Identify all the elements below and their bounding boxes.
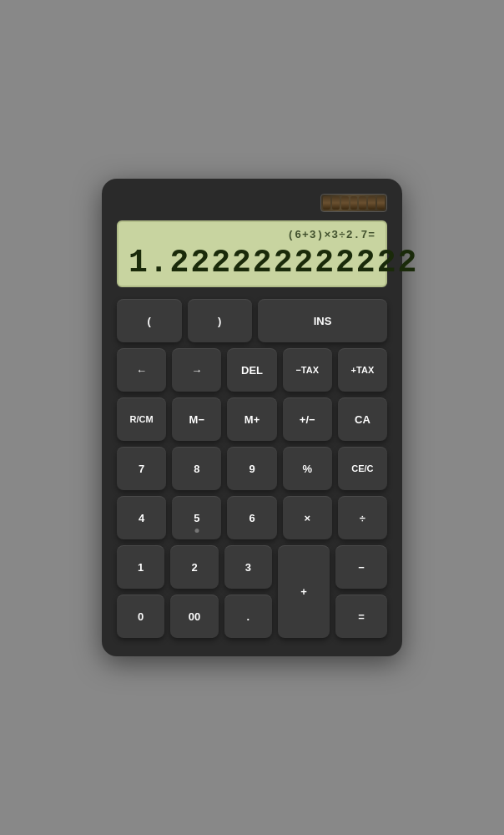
paren-open-label: ( bbox=[148, 316, 151, 326]
arrow-right-button[interactable]: → bbox=[172, 348, 221, 392]
key-row-6: 1 2 3 bbox=[117, 545, 272, 589]
keypad: ( ) INS ← → DEL −TAX +TAX bbox=[117, 299, 387, 638]
key-1-button[interactable]: 1 bbox=[117, 545, 164, 589]
del-button[interactable]: DEL bbox=[227, 348, 276, 392]
ca-button[interactable]: CA bbox=[338, 397, 387, 441]
cec-label: CE/C bbox=[351, 464, 373, 473]
display-number: 1.222222222222 bbox=[129, 245, 375, 281]
plus-tax-button[interactable]: +TAX bbox=[338, 348, 387, 392]
plus-tax-label: +TAX bbox=[351, 366, 375, 375]
key-4-label: 4 bbox=[139, 513, 144, 524]
key-row-7: 0 00 . bbox=[117, 595, 272, 638]
display-formula: (6+3)×3÷2.7= bbox=[129, 229, 375, 241]
plus-button[interactable]: + bbox=[278, 545, 330, 638]
key-7-label: 7 bbox=[139, 463, 144, 474]
equals-label: = bbox=[358, 611, 365, 622]
minus-button[interactable]: − bbox=[335, 545, 387, 589]
paren-open-button[interactable]: ( bbox=[117, 299, 182, 342]
top-bar bbox=[117, 194, 387, 212]
plus-minus-label: +/− bbox=[300, 414, 315, 425]
solar-cell bbox=[332, 196, 340, 210]
equals-button[interactable]: = bbox=[335, 595, 387, 638]
cec-button[interactable]: CE/C bbox=[338, 447, 387, 490]
percent-button[interactable]: % bbox=[283, 447, 332, 490]
minus-tax-label: −TAX bbox=[295, 366, 319, 375]
divide-label: ÷ bbox=[360, 513, 365, 524]
key-3-button[interactable]: 3 bbox=[224, 545, 272, 589]
key-9-label: 9 bbox=[249, 463, 255, 474]
percent-label: % bbox=[302, 463, 312, 474]
plus-minus-button[interactable]: +/− bbox=[283, 397, 332, 441]
key-2-label: 2 bbox=[191, 562, 197, 573]
multiply-label: × bbox=[304, 513, 310, 524]
plus-label: + bbox=[300, 586, 307, 597]
key-8-label: 8 bbox=[194, 463, 199, 474]
solar-panel bbox=[320, 194, 387, 212]
solar-cell bbox=[341, 196, 349, 210]
solar-cell bbox=[377, 196, 385, 210]
paren-close-label: ) bbox=[218, 316, 221, 326]
key-1-label: 1 bbox=[138, 562, 144, 573]
rcm-button[interactable]: R/CM bbox=[117, 397, 166, 441]
key-4-button[interactable]: 4 bbox=[117, 496, 166, 539]
m-plus-label: M+ bbox=[244, 414, 260, 425]
rcm-label: R/CM bbox=[130, 415, 154, 424]
key-3-label: 3 bbox=[245, 562, 251, 573]
key-2-button[interactable]: 2 bbox=[170, 545, 218, 589]
calculator: (6+3)×3÷2.7= 1.222222222222 ( ) INS ← → bbox=[102, 179, 402, 656]
arrow-left-label: ← bbox=[136, 365, 147, 376]
key-0-label: 0 bbox=[138, 611, 144, 622]
key-row-1: ( ) INS bbox=[117, 299, 387, 342]
key-8-button[interactable]: 8 bbox=[172, 447, 221, 490]
key-row-2: ← → DEL −TAX +TAX bbox=[117, 348, 387, 392]
key-row-4: 7 8 9 % CE/C bbox=[117, 447, 387, 490]
key-5-label: 5 bbox=[194, 513, 199, 524]
minus-label: − bbox=[358, 562, 365, 573]
decimal-button[interactable]: . bbox=[224, 595, 272, 638]
arrow-left-button[interactable]: ← bbox=[117, 348, 166, 392]
key-00-button[interactable]: 00 bbox=[170, 595, 218, 638]
decimal-label: . bbox=[247, 611, 250, 622]
del-label: DEL bbox=[241, 365, 263, 376]
key-9-button[interactable]: 9 bbox=[227, 447, 276, 490]
key-6-label: 6 bbox=[249, 513, 255, 524]
minus-tax-button[interactable]: −TAX bbox=[283, 348, 332, 392]
arrow-right-label: → bbox=[191, 365, 202, 376]
ins-label: INS bbox=[314, 316, 332, 326]
key-7-button[interactable]: 7 bbox=[117, 447, 166, 490]
solar-cell bbox=[368, 196, 375, 210]
display: (6+3)×3÷2.7= 1.222222222222 bbox=[117, 220, 387, 287]
key-0-button[interactable]: 0 bbox=[117, 595, 164, 638]
m-minus-button[interactable]: M− bbox=[172, 397, 221, 441]
multiply-button[interactable]: × bbox=[283, 496, 332, 539]
solar-cell bbox=[350, 196, 358, 210]
ca-label: CA bbox=[355, 414, 370, 425]
key-6-button[interactable]: 6 bbox=[227, 496, 276, 539]
paren-close-button[interactable]: ) bbox=[188, 299, 253, 342]
divide-button[interactable]: ÷ bbox=[338, 496, 387, 539]
m-minus-label: M− bbox=[189, 414, 204, 425]
key-row-5: 4 5 6 × ÷ bbox=[117, 496, 387, 539]
solar-cell bbox=[323, 196, 330, 210]
m-plus-button[interactable]: M+ bbox=[227, 397, 276, 441]
key-00-label: 00 bbox=[189, 611, 200, 622]
key-row-3: R/CM M− M+ +/− CA bbox=[117, 397, 387, 441]
solar-cell bbox=[359, 196, 366, 210]
ins-button[interactable]: INS bbox=[258, 299, 387, 342]
key-5-button[interactable]: 5 bbox=[172, 496, 221, 539]
